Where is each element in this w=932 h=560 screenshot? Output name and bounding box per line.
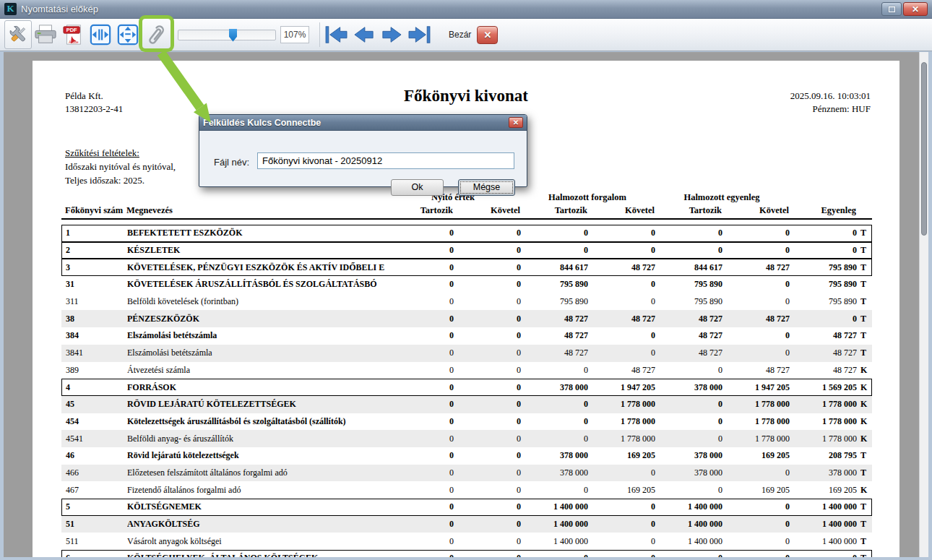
row-value: 0 [790, 245, 857, 256]
row-code: 311 [62, 296, 127, 307]
row-value: 0 [387, 228, 454, 238]
report-title: Főkönyvi kivonat [33, 87, 899, 105]
row-value: 0 [454, 501, 521, 512]
row-name: Elszámolási betétszámla [127, 348, 387, 358]
table-row: 4 FORRÁSOK 0 0 378 000 1 947 205 378 000… [61, 379, 872, 396]
row-tk: K [857, 416, 873, 427]
row-value: 0 [790, 314, 857, 324]
row-value: 48 727 [722, 314, 790, 324]
last-page-button[interactable] [405, 20, 433, 49]
upload-kulcs-connect-button[interactable] [142, 20, 169, 49]
row-name: KÉSZLETEK [127, 245, 387, 256]
table-row: 466 Előzetesen felszámított általános fo… [61, 465, 872, 482]
row-name: KÖLTSÉGHELYEK, ÁLTALÁNOS KÖLTSÉGEK [127, 553, 387, 557]
fit-width-icon [90, 24, 111, 46]
ok-button[interactable]: Ok [391, 179, 444, 196]
close-icon: ✕ [513, 119, 519, 126]
first-page-button[interactable] [323, 20, 350, 49]
row-value: 0 [387, 399, 454, 410]
row-value: 0 [655, 485, 722, 496]
svg-text:PDF: PDF [66, 27, 77, 33]
row-value: 0 [387, 519, 454, 530]
col-header: Megnevezés [126, 205, 386, 216]
toolbar: PDF Adobe 107% [0, 19, 932, 51]
row-value: 0 [655, 228, 722, 238]
previous-page-button[interactable] [350, 20, 378, 49]
row-value: 0 [387, 245, 454, 256]
row-value: 0 [790, 553, 857, 557]
dialog-close-button[interactable]: ✕ [509, 117, 523, 128]
row-value: 0 [454, 399, 521, 410]
table-row: 384 Elszámolási betétszámla 0 0 48 727 0… [61, 327, 872, 345]
row-value: 1 947 205 [588, 382, 655, 393]
zoom-slider[interactable] [178, 30, 276, 40]
row-name: KÖLTSÉGNEMEK [127, 501, 387, 512]
group-header-balance: Halmozott egyenleg [655, 192, 789, 204]
table-row: 38 PÉNZESZKÖZÖK 0 0 48 727 48 727 48 727… [61, 310, 872, 327]
table-row: 389 Átvezetési számla 0 0 0 48 727 0 48 … [61, 362, 872, 379]
currency-line: Pénznem: HUF [790, 103, 871, 116]
row-value: 0 [454, 382, 521, 393]
row-value: 0 [655, 434, 722, 444]
table-row: 5 KÖLTSÉGNEMEK 0 0 1 400 000 0 1 400 000… [61, 499, 872, 516]
row-value: 844 617 [655, 262, 722, 273]
settings-icon [7, 24, 29, 46]
col-header: Követel [722, 205, 789, 216]
row-value: 48 727 [655, 314, 722, 324]
vertical-scrollbar[interactable] [919, 52, 928, 557]
filter-heading: Szűkítési feltételek: [65, 146, 176, 160]
row-value: 0 [722, 330, 790, 341]
row-code: 3 [62, 262, 127, 273]
close-preview-button[interactable]: ✕ [477, 26, 498, 44]
row-value: 0 [588, 348, 655, 358]
row-value: 48 727 [521, 348, 588, 358]
window-close-button[interactable]: ✕ [903, 2, 928, 16]
row-value: 0 [454, 279, 521, 290]
row-value: 0 [387, 450, 454, 461]
row-value: 0 [454, 314, 521, 324]
row-value: 1 400 000 [790, 519, 857, 530]
close-x-icon: ✕ [483, 30, 491, 40]
cancel-button[interactable]: Mégse [458, 179, 515, 196]
print-button[interactable] [32, 20, 59, 49]
zoom-level-value[interactable]: 107% [280, 26, 309, 43]
row-name: Vásárolt anyagok költségei [127, 536, 387, 547]
last-page-icon [406, 25, 432, 45]
row-value: 795 890 [655, 296, 722, 307]
row-value: 0 [454, 348, 521, 358]
row-value: 795 890 [655, 279, 722, 290]
fit-page-button[interactable] [114, 20, 142, 49]
row-value: 169 205 [722, 485, 790, 496]
row-value: 0 [588, 501, 655, 512]
row-value: 0 [387, 279, 454, 290]
export-pdf-button[interactable]: PDF Adobe [59, 20, 87, 49]
settings-button[interactable] [4, 20, 32, 49]
row-value: 0 [655, 399, 722, 410]
row-value: 0 [588, 468, 655, 478]
row-tk: T [857, 501, 873, 512]
row-value: 0 [722, 228, 790, 238]
row-value: 48 727 [588, 365, 655, 376]
pdf-icon: PDF Adobe [62, 23, 84, 46]
row-value: 0 [454, 434, 521, 444]
table-row: 6 KÖLTSÉGHELYEK, ÁLTALÁNOS KÖLTSÉGEK 0 0… [61, 550, 872, 557]
next-page-button[interactable] [378, 20, 405, 49]
row-value: 0 [521, 553, 588, 557]
row-value: 0 [387, 348, 454, 358]
table-row: 45 RÖVID LEJÁRATÚ KÖTELEZETTSÉGEK 0 0 0 … [61, 396, 872, 413]
app-icon: K [4, 3, 17, 15]
row-value: 0 [454, 228, 521, 238]
row-name: Belföldi anyag- és áruszállítók [127, 434, 387, 444]
maximize-icon [889, 7, 895, 12]
maximize-button[interactable] [881, 2, 902, 16]
scrollbar-thumb[interactable] [921, 62, 927, 236]
zoom-slider-thumb[interactable] [229, 29, 237, 42]
row-value: 0 [454, 553, 521, 557]
row-value: 0 [588, 245, 655, 256]
file-name-input[interactable] [257, 152, 514, 169]
row-value: 0 [722, 536, 790, 547]
fit-width-button[interactable] [87, 20, 114, 49]
row-name: BEFEKTETETT ESZKÖZÖK [127, 228, 387, 238]
row-value: 0 [722, 553, 790, 557]
row-value: 0 [655, 416, 722, 427]
